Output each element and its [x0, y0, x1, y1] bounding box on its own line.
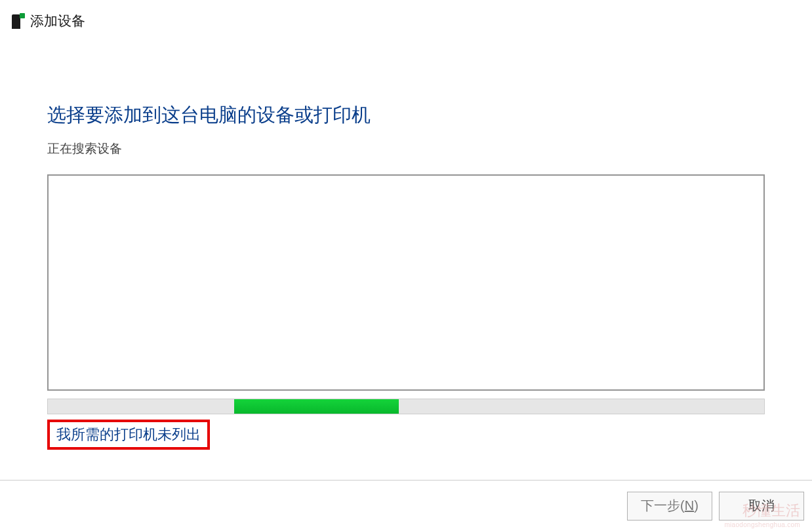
- add-device-icon: [12, 13, 24, 29]
- progress-fill: [234, 399, 399, 414]
- title-bar: 添加设备: [0, 0, 812, 37]
- watermark-url: miaodongshenghua.com: [724, 521, 800, 528]
- printer-not-listed-highlight: 我所需的打印机未列出: [47, 420, 210, 450]
- content-area: 选择要添加到这台电脑的设备或打印机 正在搜索设备 我所需的打印机未列出: [0, 37, 812, 450]
- watermark-text: 秒懂生活: [742, 501, 800, 521]
- device-list[interactable]: [47, 174, 765, 391]
- printer-not-listed-link[interactable]: 我所需的打印机未列出: [56, 426, 201, 442]
- search-status: 正在搜索设备: [47, 140, 765, 157]
- progress-bar: [47, 399, 765, 414]
- window-title: 添加设备: [30, 12, 85, 30]
- next-button: 下一步(N): [627, 492, 712, 521]
- page-heading: 选择要添加到这台电脑的设备或打印机: [47, 102, 765, 128]
- footer-bar: 下一步(N) 取消: [0, 480, 812, 531]
